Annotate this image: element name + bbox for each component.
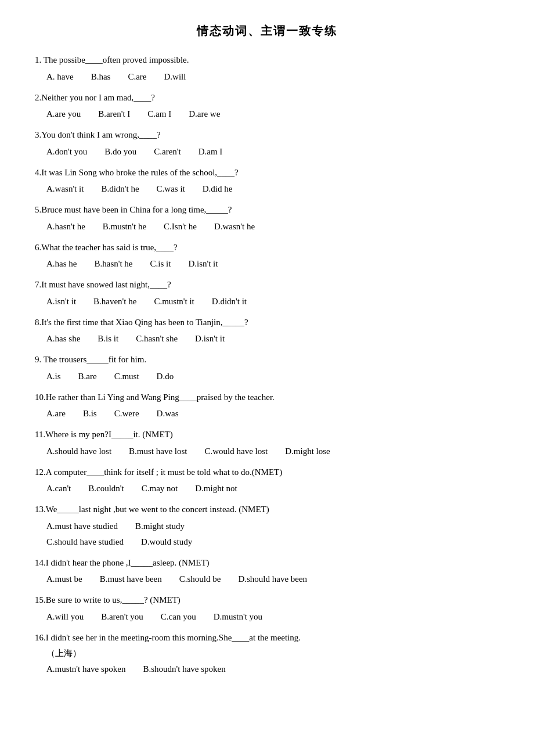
options-11: A.should have lostB.must have lostC.woul… [35,444,499,459]
option-12-3[interactable]: D.might not [195,481,237,496]
option-11-0[interactable]: A.should have lost [46,444,111,459]
option-13-r2-1[interactable]: D.would study [141,534,192,550]
option-4-2[interactable]: C.was it [157,181,185,197]
option-11-2[interactable]: C.would have lost [205,444,268,459]
option-2-2[interactable]: C.am I [147,106,171,122]
option-1-1[interactable]: B.has [91,69,111,85]
question-2: 2.Neither you nor I am mad,____?A.are yo… [35,91,499,123]
question-subtext-16: （上海） [35,646,499,661]
option-16-r1-0[interactable]: A.mustn't have spoken [46,661,125,677]
option-13-r2-0[interactable]: C.should have studied [46,534,124,550]
option-11-3[interactable]: D.might lose [285,444,330,459]
options-4: A.wasn't itB.didn't heC.was itD.did he [35,181,499,197]
option-6-1[interactable]: B.hasn't he [95,256,133,272]
question-text-10: 10.He rather than Li Ying and Wang Ping_… [35,390,499,405]
option-2-0[interactable]: A.are you [46,106,81,122]
option-5-2[interactable]: C.Isn't he [164,219,197,235]
question-text-16: 16.I didn't see her in the meeting-room … [35,631,499,646]
option-10-2[interactable]: C.were [114,406,139,422]
question-text-4: 4.It was Lin Song who broke the rules of… [35,165,499,181]
option-14-1[interactable]: B.must have been [100,571,162,587]
option-13-r1-1[interactable]: B.might study [135,519,185,534]
option-7-0[interactable]: A.isn't it [46,294,76,309]
option-2-1[interactable]: B.aren't I [98,106,130,122]
option-14-2[interactable]: C.should be [179,571,221,587]
option-8-3[interactable]: D.isn't it [195,331,225,347]
option-3-3[interactable]: D.am I [199,144,223,160]
question-10: 10.He rather than Li Ying and Wang Ping_… [35,390,499,422]
option-12-2[interactable]: C.may not [142,481,178,496]
option-3-0[interactable]: A.don't you [46,144,87,160]
option-9-3[interactable]: D.do [157,369,174,384]
question-text-3: 3.You don't think I am wrong,____? [35,128,499,143]
option-12-1[interactable]: B.couldn't [88,481,124,496]
options-8: A.has sheB.is itC.hasn't sheD.isn't it [35,331,499,347]
option-15-2[interactable]: C.can you [161,609,196,625]
question-14: 14.I didn't hear the phone ,I_____asleep… [35,556,499,588]
option-15-0[interactable]: A.will you [46,609,84,625]
option-14-3[interactable]: D.should have been [238,571,307,587]
question-1: 1. The possibe____often proved impossibl… [35,53,499,85]
options-3: A.don't youB.do youC.aren'tD.am I [35,144,499,160]
question-12: 12.A computer____think for itself ; it m… [35,465,499,497]
option-2-3[interactable]: D.are we [189,106,220,122]
question-text-14: 14.I didn't hear the phone ,I_____asleep… [35,556,499,571]
option-4-3[interactable]: D.did he [203,181,233,197]
option-7-1[interactable]: B.haven't he [93,294,136,309]
question-6: 6.What the teacher has said is true,____… [35,240,499,272]
options-9: A.isB.areC.mustD.do [35,369,499,384]
question-text-11: 11.Where is my pen?I_____it. (NMET) [35,427,499,442]
question-text-12: 12.A computer____think for itself ; it m… [35,465,499,480]
options-16: A.mustn't have spokenB.shoudn't have spo… [35,661,499,677]
option-6-0[interactable]: A.has he [46,256,77,272]
option-8-2[interactable]: C.hasn't she [136,331,178,347]
option-10-0[interactable]: A.are [46,406,66,422]
option-16-r1-1[interactable]: B.shoudn't have spoken [143,661,225,677]
option-9-1[interactable]: B.are [78,369,97,384]
option-10-3[interactable]: D.was [157,406,179,422]
option-7-3[interactable]: D.didn't it [212,294,247,309]
option-8-0[interactable]: A.has she [46,331,80,347]
option-5-1[interactable]: B.mustn't he [103,219,146,235]
options-5: A.hasn't heB.mustn't heC.Isn't heD.wasn'… [35,219,499,235]
option-1-2[interactable]: C.are [128,69,146,85]
option-3-1[interactable]: B.do you [104,144,136,160]
option-14-0[interactable]: A.must be [46,571,82,587]
question-16: 16.I didn't see her in the meeting-room … [35,631,499,677]
options-15: A.will youB.aren't youC.can youD.mustn't… [35,609,499,625]
option-1-3[interactable]: D.will [164,69,186,85]
question-7: 7.It must have snowed last night,____?A.… [35,278,499,309]
question-9: 9. The trousers_____fit for him.A.isB.ar… [35,352,499,384]
question-text-1: 1. The possibe____often proved impossibl… [35,53,499,68]
option-6-2[interactable]: C.is it [150,256,171,272]
options-10: A.areB.isC.wereD.was [35,406,499,422]
option-10-1[interactable]: B.is [83,406,97,422]
question-text-13: 13.We_____last night ,but we went to the… [35,502,499,517]
options-12: A.can'tB.couldn'tC.may notD.might not [35,481,499,496]
option-9-0[interactable]: A.is [46,369,61,384]
option-13-r1-0[interactable]: A.must have studied [46,519,118,534]
option-3-2[interactable]: C.aren't [154,144,181,160]
option-12-0[interactable]: A.can't [46,481,71,496]
option-15-1[interactable]: B.aren't you [101,609,143,625]
question-15: 15.Be sure to write to us,_____? (NMET)A… [35,593,499,625]
question-13: 13.We_____last night ,but we went to the… [35,502,499,550]
option-15-3[interactable]: D.mustn't you [214,609,262,625]
option-5-3[interactable]: D.wasn't he [214,219,255,235]
option-1-0[interactable]: A. have [46,69,74,85]
question-5: 5.Bruce must have been in China for a lo… [35,203,499,235]
questions-container: 1. The possibe____often proved impossibl… [35,53,499,677]
option-6-3[interactable]: D.isn't it [188,256,218,272]
option-4-1[interactable]: B.didn't he [101,181,139,197]
options-13: A.must have studiedB.might studyC.should… [35,519,499,550]
question-text-7: 7.It must have snowed last night,____? [35,278,499,293]
question-3: 3.You don't think I am wrong,____?A.don'… [35,128,499,160]
option-7-2[interactable]: C.mustn't it [154,294,194,309]
option-9-2[interactable]: C.must [114,369,139,384]
option-5-0[interactable]: A.hasn't he [46,219,85,235]
option-11-1[interactable]: B.must have lost [129,444,187,459]
option-4-0[interactable]: A.wasn't it [46,181,84,197]
option-8-1[interactable]: B.is it [98,331,118,347]
question-11: 11.Where is my pen?I_____it. (NMET)A.sho… [35,427,499,459]
options-7: A.isn't itB.haven't heC.mustn't itD.didn… [35,294,499,309]
